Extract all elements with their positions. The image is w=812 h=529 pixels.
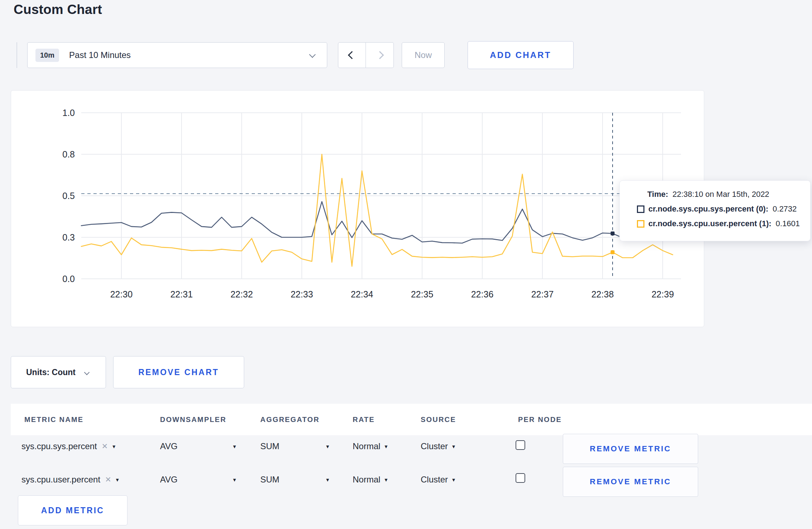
column-header-downsampler: DOWNSAMPLER <box>160 404 226 435</box>
rate-value: Normal <box>353 441 380 451</box>
caret-down-icon: ▾ <box>452 476 455 483</box>
tooltip-time-label: Time: <box>647 190 668 199</box>
x-tick-label: 22:39 <box>652 289 674 299</box>
add-metric-button[interactable]: ADD METRIC <box>18 495 127 525</box>
tooltip-series-value: 0.2732 <box>773 204 797 214</box>
hover-point-marker <box>611 250 615 254</box>
source-value: Cluster <box>421 441 448 451</box>
series-line <box>81 154 673 266</box>
per-node-checkbox[interactable] <box>516 473 525 483</box>
y-tick-label: 0.5 <box>62 191 75 201</box>
units-select[interactable]: Units: Count <box>11 356 106 388</box>
x-tick-label: 22:37 <box>531 289 554 299</box>
remove-metric-button[interactable]: REMOVE METRIC <box>563 467 698 497</box>
column-header-aggregator: AGGREGATOR <box>260 404 320 435</box>
caret-down-icon: ▾ <box>326 476 329 483</box>
tooltip-series-label: cr.node.sys.cpu.user.percent (1): <box>648 219 772 228</box>
x-tick-label: 22:38 <box>591 289 614 299</box>
rate-select[interactable]: Normal ▾ <box>353 475 387 485</box>
tooltip-time-value: 22:38:10 on Mar 15th, 2022 <box>672 190 769 199</box>
x-tick-label: 22:31 <box>170 289 193 299</box>
aggregator-select[interactable]: SUM ▾ <box>260 475 329 485</box>
y-tick-label: 0.0 <box>62 274 75 284</box>
clear-metric-icon[interactable]: ✕ <box>105 475 111 484</box>
chevron-left-icon <box>348 51 356 59</box>
metrics-table-header: METRIC NAME DOWNSAMPLER AGGREGATOR RATE … <box>11 404 812 435</box>
prev-range-button[interactable] <box>338 42 366 68</box>
x-tick-label: 22:35 <box>411 289 434 299</box>
x-tick-label: 22:30 <box>110 289 133 299</box>
per-node-checkbox[interactable] <box>516 440 525 450</box>
chart-plot[interactable]: 0.00.30.50.81.022:3022:3122:3222:3322:34… <box>11 91 704 327</box>
tooltip-series-label: cr.node.sys.cpu.sys.percent (0): <box>648 204 768 214</box>
column-header-per-node: PER NODE <box>518 404 562 435</box>
chevron-right-icon <box>376 51 384 59</box>
source-select[interactable]: Cluster ▾ <box>421 475 455 485</box>
chevron-down-icon <box>84 369 90 375</box>
caret-down-icon: ▾ <box>385 476 387 483</box>
metric-name-value: sys.cpu.user.percent <box>21 475 100 485</box>
hover-point-marker <box>611 232 615 236</box>
column-header-source: SOURCE <box>421 404 456 435</box>
tooltip-series-value: 0.1601 <box>776 219 800 228</box>
chevron-down-icon <box>309 51 315 58</box>
metric-name-value: sys.cpu.sys.percent <box>21 441 97 451</box>
source-value: Cluster <box>421 475 448 485</box>
downsampler-select[interactable]: AVG ▾ <box>160 475 236 485</box>
chart-tooltip: Time: 22:38:10 on Mar 15th, 2022 cr.node… <box>619 180 811 241</box>
rate-value: Normal <box>353 475 380 485</box>
source-select[interactable]: Cluster ▾ <box>421 441 455 451</box>
chart-card: 0.00.30.50.81.022:3022:3122:3222:3322:34… <box>11 90 704 327</box>
custom-chart-page: Custom Chart 10m Past 10 Minutes Now ADD… <box>0 0 812 529</box>
x-tick-label: 22:36 <box>471 289 494 299</box>
time-nav-group <box>338 42 394 68</box>
now-button[interactable]: Now <box>402 42 445 68</box>
series-swatch-sys <box>637 205 644 213</box>
caret-down-icon: ▾ <box>116 476 119 483</box>
units-label: Units: Count <box>26 368 76 377</box>
metric-name-select[interactable]: sys.cpu.user.percent ✕ ▾ <box>21 475 119 485</box>
toolbar-divider <box>16 42 17 68</box>
column-header-rate: RATE <box>353 404 375 435</box>
add-chart-button[interactable]: ADD CHART <box>468 41 574 69</box>
caret-down-icon: ▾ <box>385 443 387 450</box>
x-tick-label: 22:32 <box>231 289 253 299</box>
page-title: Custom Chart <box>14 2 102 17</box>
aggregator-select[interactable]: SUM ▾ <box>260 441 329 451</box>
downsampler-value: AVG <box>160 441 178 451</box>
time-range-label: Past 10 Minutes <box>69 50 131 60</box>
downsampler-value: AVG <box>160 475 178 485</box>
series-swatch-user <box>637 220 644 228</box>
aggregator-value: SUM <box>260 475 279 485</box>
caret-down-icon: ▾ <box>452 443 455 450</box>
caret-down-icon: ▾ <box>233 476 236 483</box>
caret-down-icon: ▾ <box>233 443 236 450</box>
y-tick-label: 0.3 <box>62 232 75 242</box>
caret-down-icon: ▾ <box>326 443 329 450</box>
remove-chart-button[interactable]: REMOVE CHART <box>113 356 244 388</box>
next-range-button[interactable] <box>366 42 394 68</box>
remove-metric-button[interactable]: REMOVE METRIC <box>563 434 698 464</box>
y-tick-label: 0.8 <box>62 149 75 159</box>
time-range-badge: 10m <box>35 49 59 62</box>
x-tick-label: 22:33 <box>291 289 313 299</box>
caret-down-icon: ▾ <box>112 443 115 450</box>
metric-name-select[interactable]: sys.cpu.sys.percent ✕ ▾ <box>21 441 115 451</box>
time-range-select[interactable]: 10m Past 10 Minutes <box>27 42 327 68</box>
rate-select[interactable]: Normal ▾ <box>353 441 387 451</box>
y-tick-label: 1.0 <box>62 108 75 118</box>
aggregator-value: SUM <box>260 441 279 451</box>
clear-metric-icon[interactable]: ✕ <box>102 442 108 451</box>
x-tick-label: 22:34 <box>351 289 373 299</box>
downsampler-select[interactable]: AVG ▾ <box>160 441 236 451</box>
column-header-metric-name: METRIC NAME <box>24 404 83 435</box>
